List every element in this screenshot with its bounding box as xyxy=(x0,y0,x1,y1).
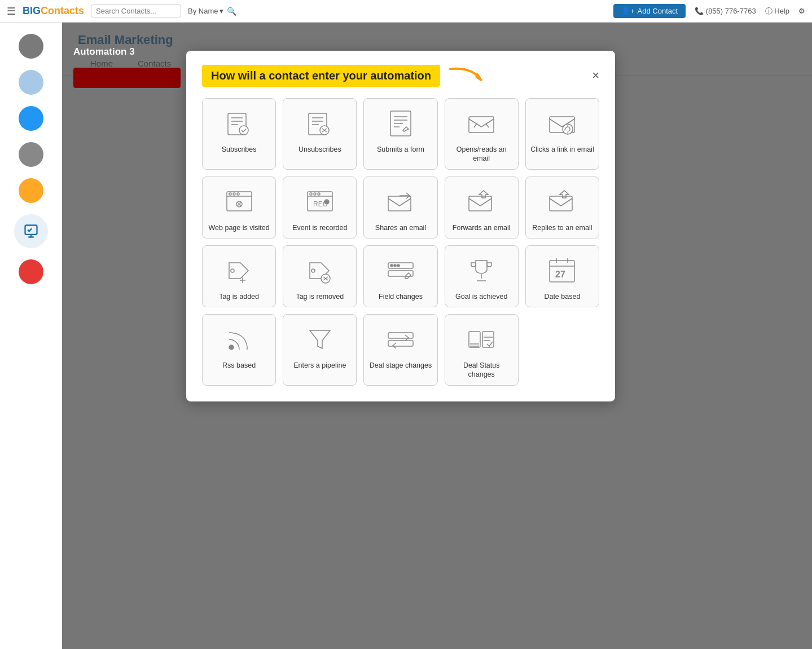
main-layout: Email Marketing Home Contacts Campaigns … xyxy=(0,23,812,649)
trigger-date-based[interactable]: 27 Date based xyxy=(525,245,599,307)
svg-rect-6 xyxy=(469,117,494,133)
sidebar xyxy=(0,23,62,649)
trigger-clicks-link-label: Clicks a link in email xyxy=(530,145,594,154)
click-link-icon xyxy=(545,107,579,140)
form-icon xyxy=(384,107,418,140)
tag-add-icon xyxy=(222,254,256,288)
trigger-enters-pipeline[interactable]: Enters a pipeline xyxy=(283,314,357,386)
search-icon[interactable]: 🔍 xyxy=(227,7,236,16)
sidebar-avatar-4[interactable] xyxy=(19,142,43,167)
svg-point-28 xyxy=(390,264,393,267)
sidebar-avatar-2[interactable] xyxy=(19,70,43,95)
trigger-tag-added-label: Tag is added xyxy=(219,292,259,301)
modal-title-wrapper: How will a contact enter your automation xyxy=(202,64,485,87)
trigger-tag-added[interactable]: Tag is added xyxy=(202,245,276,307)
calendar-icon: 27 xyxy=(545,254,579,288)
content-area: Email Marketing Home Contacts Campaigns … xyxy=(62,23,812,649)
svg-point-33 xyxy=(229,345,234,350)
rss-icon xyxy=(222,323,256,356)
trigger-deal-stage[interactable]: Deal stage changes xyxy=(363,314,437,386)
sidebar-avatar-1[interactable] xyxy=(19,34,43,59)
automation-bar xyxy=(73,68,181,88)
search-input[interactable] xyxy=(91,5,181,17)
trigger-clicks-link[interactable]: Clicks a link in email xyxy=(525,98,599,170)
settings-icon[interactable]: ⚙ xyxy=(798,7,805,15)
forward-email-icon xyxy=(464,185,498,219)
sidebar-avatar-3[interactable] xyxy=(19,106,43,131)
phone-number: 📞 (855) 776-7763 xyxy=(695,7,756,15)
open-email-icon xyxy=(464,107,498,140)
add-contact-button[interactable]: 👤+ Add Contact xyxy=(613,4,686,18)
modal-title: How will a contact enter your automation xyxy=(211,69,431,82)
svg-rect-21 xyxy=(469,196,491,211)
hamburger-icon[interactable]: ☰ xyxy=(7,5,16,17)
deal-status-icon xyxy=(464,323,498,356)
top-nav: ☰ BIGContacts By Name ▾ 🔍 👤+ Add Contact… xyxy=(0,0,812,23)
subscribe-icon xyxy=(222,107,256,140)
sidebar-avatar-7[interactable] xyxy=(19,259,43,284)
trigger-field-changes[interactable]: Field changes xyxy=(363,245,437,307)
reply-email-icon xyxy=(545,185,579,219)
svg-point-12 xyxy=(237,193,239,195)
field-icon xyxy=(384,254,418,288)
modal-title-background: How will a contact enter your automation xyxy=(202,65,440,87)
trigger-grid-row2: Web page is visited REC Event is recorde… xyxy=(202,176,599,239)
unsubscribe-icon xyxy=(303,107,337,140)
trigger-deal-status-label: Deal Status changes xyxy=(450,361,513,379)
svg-point-10 xyxy=(229,193,231,195)
trigger-deal-status[interactable]: Deal Status changes xyxy=(445,314,519,386)
modal-close-button[interactable]: × xyxy=(592,69,599,82)
funnel-icon xyxy=(303,323,337,356)
event-icon: REC xyxy=(303,185,337,219)
trigger-opens-email[interactable]: Opens/reads an email xyxy=(445,98,519,170)
trigger-grid-row1: Subscribes Unsubscribes Submits a form xyxy=(202,98,599,170)
trigger-shares-email[interactable]: Shares an email xyxy=(363,176,437,239)
trigger-event-label: Event is recorded xyxy=(292,223,347,232)
by-name-filter[interactable]: By Name ▾ 🔍 xyxy=(188,7,236,16)
svg-point-24 xyxy=(311,269,315,272)
svg-rect-20 xyxy=(388,196,411,211)
trigger-webpage[interactable]: Web page is visited xyxy=(202,176,276,239)
trigger-replies-email-label: Replies to an email xyxy=(532,223,592,232)
sidebar-avatar-5[interactable] xyxy=(19,178,43,203)
svg-point-19 xyxy=(324,200,329,204)
trigger-grid-row3: Tag is added Tag is removed xyxy=(202,245,599,307)
svg-rect-35 xyxy=(388,341,413,346)
trigger-shares-email-label: Shares an email xyxy=(375,223,426,232)
trigger-forwards-email[interactable]: Forwards an email xyxy=(445,176,519,239)
trigger-unsubscribes-label: Unsubscribes xyxy=(299,145,341,154)
svg-point-2 xyxy=(239,126,248,135)
trigger-submits-form-label: Submits a form xyxy=(377,145,424,154)
svg-text:27: 27 xyxy=(555,270,565,279)
trigger-opens-email-label: Opens/reads an email xyxy=(450,145,513,164)
trigger-date-based-label: Date based xyxy=(544,292,580,301)
trigger-replies-email[interactable]: Replies to an email xyxy=(525,176,599,239)
svg-point-15 xyxy=(310,193,312,195)
svg-point-11 xyxy=(233,193,235,195)
trigger-rss-based[interactable]: Rss based xyxy=(202,314,276,386)
automation-label: Automation 3 xyxy=(73,46,135,58)
webpage-icon xyxy=(222,185,256,219)
help-link[interactable]: ⓘ Help xyxy=(765,6,789,16)
svg-rect-36 xyxy=(469,332,480,347)
svg-point-17 xyxy=(318,193,320,195)
trophy-icon xyxy=(464,254,498,288)
trigger-tag-removed[interactable]: Tag is removed xyxy=(283,245,357,307)
sidebar-avatar-6[interactable] xyxy=(14,214,48,248)
tag-remove-icon xyxy=(303,254,337,288)
trigger-tag-removed-label: Tag is removed xyxy=(296,292,344,301)
trigger-grid-row4: Rss based Enters a pipeline xyxy=(202,314,599,386)
trigger-submits-form[interactable]: Submits a form xyxy=(363,98,437,170)
trigger-subscribes[interactable]: Subscribes xyxy=(202,98,276,170)
logo: BIGContacts xyxy=(23,5,84,17)
trigger-webpage-label: Web page is visited xyxy=(209,223,270,232)
trigger-event[interactable]: REC Event is recorded xyxy=(283,176,357,239)
trigger-unsubscribes[interactable]: Unsubscribes xyxy=(283,98,357,170)
trigger-field-changes-label: Field changes xyxy=(379,292,423,301)
svg-rect-34 xyxy=(388,333,413,338)
trigger-modal: How will a contact enter your automation… xyxy=(186,51,615,401)
trigger-deal-stage-label: Deal stage changes xyxy=(370,361,432,370)
trigger-goal-achieved[interactable]: Goal is achieved xyxy=(445,245,519,307)
svg-point-29 xyxy=(394,264,396,267)
svg-point-30 xyxy=(397,264,400,267)
